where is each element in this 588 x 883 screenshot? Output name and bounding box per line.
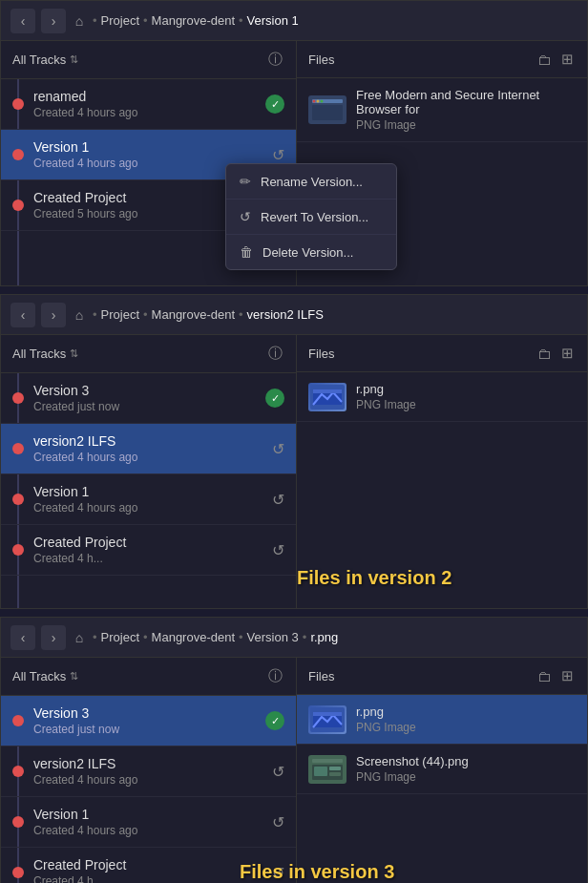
- info-button-2[interactable]: ⓘ: [266, 343, 284, 365]
- svg-point-5: [321, 100, 324, 103]
- track-item-v3[interactable]: Version 3 Created just now ✓: [1, 373, 296, 424]
- tracks-title-1: All Tracks ⇅: [12, 53, 78, 67]
- tracks-title-2: All Tracks ⇅: [12, 347, 78, 361]
- files-title-1: Files: [308, 53, 334, 67]
- svg-point-3: [313, 100, 316, 103]
- grid-button-3[interactable]: ⊞: [559, 665, 576, 686]
- track-badge-check: ✓: [265, 95, 284, 114]
- track-item-v2ilfs[interactable]: version2 ILFS Created 4 hours ago ↺: [1, 424, 296, 474]
- context-rename[interactable]: ✏ Rename Version...: [226, 164, 396, 200]
- track-dot: [12, 544, 24, 556]
- folder-button-1[interactable]: 🗀: [536, 50, 554, 70]
- track-item-v2ilfs-p3[interactable]: version2 ILFS Created 4 hours ago ↺: [1, 746, 296, 797]
- info-button-3[interactable]: ⓘ: [266, 665, 284, 687]
- context-delete[interactable]: 🗑 Delete Version...: [226, 235, 396, 269]
- content-area-3: All Tracks ⇅ ⓘ Version 3 Created just no…: [1, 658, 587, 883]
- track-dot: [12, 200, 24, 211]
- sort-icon-2: ⇅: [70, 347, 78, 360]
- track-dot: [12, 766, 24, 777]
- delete-icon: 🗑: [240, 244, 253, 260]
- breadcrumb-2: • Project • Mangrove-dent • version2 ILF…: [93, 307, 324, 322]
- track-dot: [12, 98, 24, 110]
- nav-bar-2: ‹ › ⌂ • Project • Mangrove-dent • versio…: [1, 295, 587, 335]
- rename-icon: ✏: [240, 174, 251, 189]
- files-pane-2: Files 🗀 ⊞ r.png P: [297, 335, 587, 609]
- home-icon-3: ⌂: [72, 630, 87, 645]
- files-title-3: Files: [308, 669, 334, 683]
- content-area-2: All Tracks ⇅ ⓘ Version 3 Created just no…: [1, 335, 587, 609]
- svg-rect-11: [313, 712, 342, 716]
- grid-button-1[interactable]: ⊞: [559, 49, 576, 70]
- files-actions-1: 🗀 ⊞: [536, 49, 576, 70]
- tracks-header-1: All Tracks ⇅ ⓘ: [1, 41, 296, 79]
- file-thumb-rpng: [308, 383, 346, 411]
- panel-3: ‹ › ⌂ • Project • Mangrove-dent • Versio…: [0, 617, 588, 883]
- svg-rect-8: [313, 389, 342, 393]
- track-dot: [12, 149, 24, 160]
- files-pane-3: Files 🗀 ⊞ r.png P: [297, 658, 587, 883]
- context-revert[interactable]: ↺ Revert To Version...: [226, 200, 396, 235]
- files-header-2: Files 🗀 ⊞: [297, 335, 587, 372]
- back-button-3[interactable]: ‹: [10, 625, 35, 650]
- track-item-v1-p3[interactable]: Version 1 Created 4 hours ago ↺: [1, 797, 296, 848]
- track-item-v1-p2[interactable]: Version 1 Created 4 hours ago ↺: [1, 474, 296, 525]
- file-thumb-screenshot: [308, 755, 346, 784]
- nav-bar-1: ‹ › ⌂ • Project • Mangrove-dent • Versio…: [1, 1, 587, 41]
- svg-rect-2: [312, 105, 343, 120]
- back-button-2[interactable]: ‹: [10, 303, 35, 327]
- tracks-pane-3: All Tracks ⇅ ⓘ Version 3 Created just no…: [1, 658, 297, 883]
- svg-rect-13: [312, 759, 343, 763]
- tracks-pane-2: All Tracks ⇅ ⓘ Version 3 Created just no…: [1, 335, 297, 609]
- file-item-rpng-p2[interactable]: r.png PNG Image: [297, 372, 587, 422]
- tracks-title-3: All Tracks ⇅: [12, 669, 78, 683]
- svg-rect-15: [314, 767, 327, 776]
- panel-1: ‹ › ⌂ • Project • Mangrove-dent • Versio…: [0, 0, 588, 286]
- track-item-created-p3[interactable]: Created Project Created 4 h... ↺: [1, 848, 296, 883]
- files-header-3: Files 🗀 ⊞: [297, 658, 587, 695]
- grid-button-2[interactable]: ⊞: [559, 343, 576, 364]
- breadcrumb-3: • Project • Mangrove-dent • Version 3 • …: [93, 630, 338, 644]
- track-badge-clock: ↺: [272, 146, 284, 164]
- tracks-header-2: All Tracks ⇅ ⓘ: [1, 335, 296, 373]
- folder-button-3[interactable]: 🗀: [536, 666, 554, 686]
- files-header-1: Files 🗀 ⊞: [297, 41, 587, 78]
- folder-button-2[interactable]: 🗀: [536, 344, 554, 364]
- nav-bar-3: ‹ › ⌂ • Project • Mangrove-dent • Versio…: [1, 618, 587, 658]
- track-dot: [12, 715, 24, 726]
- file-item-rpng-p3[interactable]: r.png PNG Image: [297, 695, 587, 745]
- breadcrumb-1: • Project • Mangrove-dent • Version 1: [93, 13, 299, 28]
- track-dot: [12, 867, 24, 878]
- forward-button-3[interactable]: ›: [41, 625, 66, 650]
- sort-icon-3: ⇅: [70, 670, 78, 683]
- file-thumb-browser: [308, 95, 346, 124]
- tracks-list-3: Version 3 Created just now ✓ version2 IL…: [1, 696, 296, 883]
- track-item-v3-p3[interactable]: Version 3 Created just now ✓: [1, 696, 296, 746]
- info-button-1[interactable]: ⓘ: [266, 49, 284, 71]
- svg-rect-16: [329, 767, 341, 770]
- forward-button-2[interactable]: ›: [41, 303, 66, 327]
- badge-check-v3: ✓: [265, 389, 284, 408]
- sort-icon-1: ⇅: [70, 53, 78, 66]
- tracks-list-2: Version 3 Created just now ✓ version2 IL…: [1, 373, 296, 609]
- tracks-actions-1: ⓘ: [266, 49, 284, 71]
- badge-check-v3-p3: ✓: [265, 711, 284, 730]
- file-item-browser[interactable]: Free Modern and Secure Internet Browser …: [297, 78, 587, 142]
- svg-point-4: [317, 100, 320, 103]
- files-title-2: Files: [308, 347, 334, 361]
- track-item-renamed[interactable]: renamed Created 4 hours ago ✓: [1, 79, 296, 130]
- track-dot: [12, 392, 24, 404]
- revert-icon: ↺: [240, 209, 251, 224]
- file-thumb-rpng-p3: [308, 705, 346, 734]
- track-dot: [12, 443, 24, 454]
- track-dot: [12, 816, 24, 828]
- home-icon-1: ⌂: [72, 13, 87, 29]
- badge-clock-v2: ↺: [272, 440, 284, 458]
- track-item-created-p2[interactable]: Created Project Created 4 h... ↺: [1, 525, 296, 576]
- forward-button-1[interactable]: ›: [41, 9, 66, 33]
- home-icon-2: ⌂: [72, 307, 87, 323]
- panel-2: ‹ › ⌂ • Project • Mangrove-dent • versio…: [0, 294, 588, 609]
- back-button-1[interactable]: ‹: [10, 9, 35, 33]
- track-dot: [12, 494, 24, 505]
- tracks-header-3: All Tracks ⇅ ⓘ: [1, 658, 296, 696]
- file-item-screenshot44[interactable]: Screenshot (44).png PNG Image: [297, 745, 587, 794]
